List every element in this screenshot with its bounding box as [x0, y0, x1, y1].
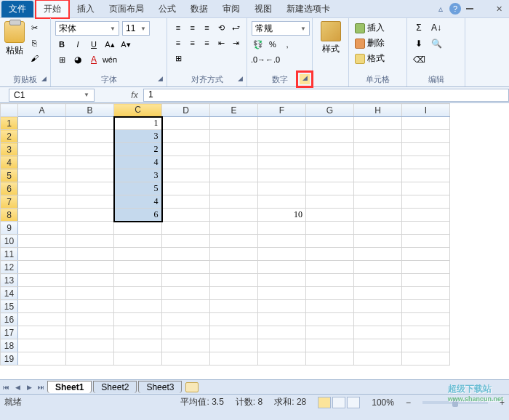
currency-button[interactable]: 💱 [252, 38, 265, 51]
cell[interactable] [66, 156, 114, 169]
cell[interactable] [162, 339, 210, 352]
merge-cells-button[interactable]: ⊞ [172, 52, 185, 65]
cell[interactable] [258, 222, 306, 235]
cell[interactable] [210, 143, 258, 156]
name-box[interactable]: C1 ▼ [9, 89, 95, 102]
cell[interactable] [306, 117, 354, 130]
zoom-out-button[interactable]: − [406, 397, 411, 408]
help-icon[interactable]: ? [449, 3, 461, 15]
select-all-corner[interactable] [1, 104, 18, 117]
cell[interactable] [306, 248, 354, 261]
tab-nav-first[interactable]: ⏮ [0, 384, 12, 391]
cell[interactable] [402, 117, 450, 130]
cell[interactable] [354, 352, 402, 366]
cell[interactable] [258, 287, 306, 300]
cell[interactable] [258, 169, 306, 182]
phonetic-button[interactable]: wén [103, 53, 116, 66]
cell[interactable] [258, 300, 306, 313]
cell[interactable] [354, 222, 402, 235]
cell[interactable] [306, 287, 354, 300]
cell[interactable] [114, 235, 162, 248]
align-middle-button[interactable]: ≡ [186, 21, 199, 34]
column-header[interactable]: F [258, 104, 306, 117]
copy-button[interactable]: ⎘ [28, 36, 41, 49]
cell[interactable] [210, 274, 258, 287]
cell[interactable] [402, 287, 450, 300]
row-header[interactable]: 3 [1, 143, 18, 156]
cell[interactable] [402, 300, 450, 313]
cell[interactable]: 4 [114, 156, 162, 169]
cell[interactable] [162, 156, 210, 169]
menu-insert[interactable]: 插入 [70, 1, 102, 17]
cell[interactable]: 5 [114, 182, 162, 195]
sort-filter-button[interactable]: A↓ [429, 21, 444, 34]
sheet-tab-1[interactable]: Sheet1 [47, 381, 92, 393]
inner-minimize-icon[interactable] [464, 3, 476, 15]
cell[interactable] [306, 235, 354, 248]
cell[interactable] [18, 339, 66, 352]
cell[interactable] [306, 143, 354, 156]
cell[interactable] [66, 130, 114, 143]
cell[interactable] [66, 209, 114, 222]
ribbon-minimize-icon[interactable]: ▵ [435, 3, 446, 15]
fill-color-button[interactable]: ◕ [71, 53, 84, 66]
cell[interactable] [162, 352, 210, 366]
cell[interactable] [114, 261, 162, 274]
row-header[interactable]: 11 [1, 248, 18, 261]
cell[interactable] [210, 182, 258, 195]
cell[interactable] [210, 261, 258, 274]
column-header[interactable]: A [18, 104, 66, 117]
cell[interactable] [306, 195, 354, 209]
cell[interactable] [258, 313, 306, 326]
clear-button[interactable]: ⌫ [412, 53, 426, 66]
cell[interactable]: 3 [114, 169, 162, 182]
format-painter-button[interactable]: 🖌 [28, 52, 41, 65]
cell[interactable] [402, 326, 450, 339]
align-center-button[interactable]: ≡ [186, 36, 199, 49]
cell[interactable] [114, 274, 162, 287]
cell[interactable] [210, 209, 258, 222]
cell[interactable] [162, 261, 210, 274]
cell[interactable]: 2 [114, 143, 162, 156]
row-header[interactable]: 18 [1, 339, 18, 352]
cell[interactable] [18, 195, 66, 209]
cell[interactable]: 3 [114, 130, 162, 143]
cell[interactable] [258, 261, 306, 274]
row-header[interactable]: 19 [1, 352, 18, 366]
cell[interactable] [306, 261, 354, 274]
fx-button[interactable]: fx [126, 90, 143, 100]
cell[interactable] [354, 287, 402, 300]
decrease-indent-button[interactable]: ⇤ [215, 36, 228, 49]
cell[interactable] [162, 326, 210, 339]
increase-indent-button[interactable]: ⇥ [229, 36, 242, 49]
sheet-tab-3[interactable]: Sheet3 [138, 381, 182, 393]
cell[interactable] [162, 209, 210, 222]
cell[interactable] [162, 117, 210, 130]
view-page-break-button[interactable] [347, 397, 360, 408]
cell[interactable] [306, 130, 354, 143]
column-header[interactable]: H [354, 104, 402, 117]
cell[interactable] [66, 248, 114, 261]
cell[interactable] [258, 274, 306, 287]
cell[interactable] [18, 326, 66, 339]
cell[interactable] [18, 169, 66, 182]
cell[interactable] [402, 313, 450, 326]
border-button[interactable]: ⊞ [55, 53, 68, 66]
cell[interactable] [18, 209, 66, 222]
cell[interactable] [66, 195, 114, 209]
cell[interactable] [18, 182, 66, 195]
cell[interactable] [402, 261, 450, 274]
cell[interactable] [402, 222, 450, 235]
cell[interactable] [402, 169, 450, 182]
cell[interactable] [18, 248, 66, 261]
cell[interactable] [66, 313, 114, 326]
cell[interactable] [258, 182, 306, 195]
cell[interactable] [18, 313, 66, 326]
cell[interactable] [402, 339, 450, 352]
cell[interactable] [114, 339, 162, 352]
cell[interactable] [402, 130, 450, 143]
row-header[interactable]: 7 [1, 195, 18, 209]
cell[interactable] [66, 326, 114, 339]
cell[interactable] [354, 130, 402, 143]
cell[interactable] [354, 261, 402, 274]
